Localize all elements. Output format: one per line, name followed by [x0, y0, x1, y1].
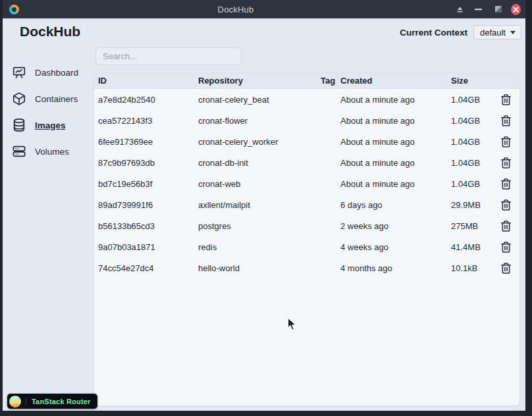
cell-id: b56133b65cd3: [98, 221, 198, 231]
sidebar: Dashboard Containers: [12, 59, 93, 165]
cell-created: About a minute ago: [340, 95, 451, 105]
cell-created: 4 months ago: [340, 263, 451, 273]
trash-icon: [500, 241, 512, 253]
delete-image-button[interactable]: [498, 134, 514, 149]
delete-image-button[interactable]: [498, 155, 514, 170]
badge-label: TanStack Router: [32, 398, 91, 405]
cell-id: 89ad739991f6: [98, 200, 198, 210]
maximize-icon: [495, 6, 502, 13]
sidebar-item-label: Dashboard: [35, 68, 78, 78]
cell-repository: cronat-web: [198, 179, 321, 189]
tanstack-router-badge[interactable]: TanStack Router: [7, 394, 97, 409]
table-header: ID Repository Tag Created Size: [94, 73, 519, 89]
images-table-panel: ID Repository Tag Created Size a7e8d24b2…: [93, 72, 520, 406]
cell-created: 2 weeks ago: [340, 221, 451, 231]
app-window: DockHub: [3, 0, 525, 411]
row-actions: [492, 261, 519, 276]
table-row[interactable]: cea5722143f3 cronat-flower About a minut…: [94, 110, 519, 131]
trash-icon: [500, 136, 512, 148]
trash-icon: [500, 115, 512, 127]
table-row[interactable]: a7e8d24b2540 cronat-celery_beat About a …: [94, 89, 519, 110]
cell-size: 10.1kB: [451, 263, 492, 273]
cell-repository: redis: [198, 242, 321, 252]
sidebar-item-volumes[interactable]: Volumes: [12, 138, 93, 165]
table-row[interactable]: bd7c19e56b3f cronat-web About a minute a…: [94, 173, 519, 194]
table-row[interactable]: 87c9b97693db cronat-db-init About a minu…: [94, 152, 519, 173]
trash-icon: [500, 178, 512, 190]
cell-id: a7e8d24b2540: [98, 95, 198, 105]
delete-image-button[interactable]: [498, 92, 514, 107]
cell-repository: hello-world: [198, 263, 321, 273]
row-actions: [492, 219, 519, 234]
cell-id: 6fee917369ee: [98, 137, 198, 147]
shade-button[interactable]: [452, 0, 467, 18]
cell-id: 9a07b03a1871: [98, 242, 198, 252]
table-body: a7e8d24b2540 cronat-celery_beat About a …: [94, 89, 519, 278]
column-header-created: Created: [340, 76, 451, 86]
trash-icon: [500, 157, 512, 169]
delete-image-button[interactable]: [498, 219, 514, 234]
cell-size: 1.04GB: [451, 158, 492, 168]
row-actions: [492, 134, 519, 149]
page-title: DockHub: [20, 24, 80, 39]
cell-id: cea5722143f3: [98, 116, 198, 126]
app-content: DockHub Current Context default Dashboar…: [3, 18, 525, 411]
cell-repository: axllent/mailpit: [198, 200, 321, 210]
row-actions: [492, 155, 519, 170]
cell-created: About a minute ago: [340, 158, 451, 168]
delete-image-button[interactable]: [498, 240, 514, 255]
cell-created: About a minute ago: [340, 137, 451, 147]
cell-created: 4 weeks ago: [340, 242, 451, 252]
sidebar-item-containers[interactable]: Containers: [12, 86, 93, 112]
delete-image-button[interactable]: [498, 176, 514, 192]
cell-id: 87c9b97693db: [98, 158, 198, 168]
titlebar: DockHub: [3, 0, 525, 18]
delete-image-button[interactable]: [498, 113, 514, 128]
delete-image-button[interactable]: [498, 261, 514, 276]
search-input[interactable]: [95, 47, 242, 65]
trash-icon: [500, 199, 512, 211]
minimize-button[interactable]: [471, 0, 485, 18]
column-header-tag: Tag: [321, 76, 340, 86]
table-row[interactable]: 9a07b03a1871 redis 4 weeks ago 41.4MB: [94, 236, 519, 257]
cell-repository: cronat-flower: [198, 116, 321, 126]
cell-created: 6 days ago: [340, 200, 451, 210]
cell-repository: cronat-celery_beat: [198, 95, 321, 105]
table-row[interactable]: b56133b65cd3 postgres 2 weeks ago 275MB: [94, 215, 519, 236]
trash-icon: [500, 220, 512, 232]
sidebar-item-dashboard[interactable]: Dashboard: [12, 59, 93, 86]
cell-size: 1.04GB: [451, 116, 492, 126]
context-selector: Current Context default: [400, 25, 521, 39]
cell-size: 29.9MB: [451, 200, 492, 210]
delete-image-button[interactable]: [498, 197, 514, 213]
table-row[interactable]: 74cc54e27dc4 hello-world 4 months ago 10…: [94, 257, 519, 278]
cell-size: 1.04GB: [451, 179, 492, 189]
window-controls: [452, 0, 525, 18]
trash-icon: [500, 93, 512, 106]
cube-icon: [12, 91, 26, 106]
sidebar-item-label: Volumes: [35, 147, 69, 157]
close-button[interactable]: [511, 0, 525, 18]
cell-id: bd7c19e56b3f: [98, 179, 198, 189]
context-dropdown[interactable]: default: [473, 25, 521, 39]
sidebar-item-images[interactable]: Images: [12, 112, 93, 138]
cell-repository: postgres: [198, 221, 321, 231]
row-actions: [492, 197, 519, 213]
table-row[interactable]: 89ad739991f6 axllent/mailpit 6 days ago …: [94, 194, 519, 215]
row-actions: [492, 113, 519, 128]
cell-repository: cronat-db-init: [198, 158, 321, 168]
cell-created: About a minute ago: [340, 179, 451, 189]
column-header-repository: Repository: [198, 76, 321, 86]
chevron-down-icon: [510, 31, 516, 34]
cell-created: About a minute ago: [340, 116, 451, 126]
cell-size: 1.04GB: [451, 137, 492, 147]
row-actions: [492, 176, 519, 192]
column-header-id: ID: [98, 76, 198, 86]
badge-divider: [26, 398, 26, 405]
cell-repository: cronat-celery_worker: [198, 137, 321, 147]
maximize-button[interactable]: [491, 0, 506, 18]
sidebar-item-label: Images: [35, 120, 66, 130]
table-row[interactable]: 6fee917369ee cronat-celery_worker About …: [94, 131, 519, 152]
minimize-icon: [475, 9, 482, 11]
database-icon: [12, 118, 26, 132]
